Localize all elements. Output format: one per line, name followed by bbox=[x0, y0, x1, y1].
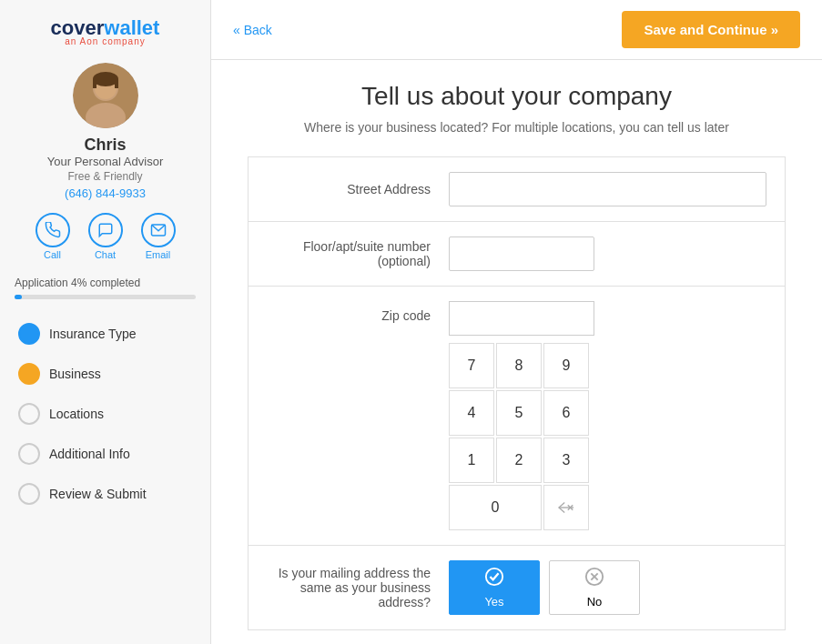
nav-label-insurance-type: Insurance Type bbox=[49, 327, 136, 341]
progress-label: Application 4% completed bbox=[15, 277, 196, 289]
zip-row: Zip code 7 8 9 4 5 6 1 2 3 0 bbox=[249, 287, 785, 546]
zip-display bbox=[449, 301, 594, 336]
email-icon bbox=[141, 213, 176, 247]
chat-label: Chat bbox=[95, 249, 116, 260]
mailing-yes-button[interactable]: Yes bbox=[449, 560, 540, 615]
street-address-input[interactable] bbox=[449, 172, 766, 206]
yes-label: Yes bbox=[484, 595, 503, 609]
nav-label-locations: Locations bbox=[49, 407, 104, 421]
street-address-row: Street Address bbox=[249, 157, 785, 222]
chat-icon bbox=[88, 213, 123, 247]
nav-item-additional-info[interactable]: Additional Info bbox=[11, 434, 199, 474]
nav-item-review-submit[interactable]: Review & Submit bbox=[11, 474, 199, 514]
nav-dot-insurance-type bbox=[18, 323, 40, 345]
nav-label-additional-info: Additional Info bbox=[49, 447, 130, 461]
svg-point-4 bbox=[93, 72, 118, 86]
keypad-0[interactable]: 0 bbox=[449, 485, 542, 530]
no-label: No bbox=[587, 595, 603, 609]
contact-icons: Call Chat Email bbox=[36, 213, 176, 260]
keypad-1[interactable]: 1 bbox=[449, 438, 494, 483]
mailing-row: Is your mailing address the same as your… bbox=[249, 546, 785, 629]
nav-item-insurance-type[interactable]: Insurance Type bbox=[11, 314, 199, 354]
email-button[interactable]: Email bbox=[141, 213, 176, 260]
nav-items: Insurance Type Business Locations Additi… bbox=[0, 314, 210, 514]
nav-dot-locations bbox=[18, 403, 40, 425]
keypad-6[interactable]: 6 bbox=[543, 390, 589, 436]
floor-row: Floor/apt/suite number (optional) bbox=[249, 222, 785, 287]
logo: coverwallet an Aon company bbox=[51, 16, 160, 46]
checkmark-icon bbox=[484, 567, 504, 591]
cross-icon bbox=[584, 567, 604, 591]
chat-button[interactable]: Chat bbox=[88, 213, 123, 260]
keypad-delete[interactable] bbox=[543, 485, 589, 530]
sidebar: coverwallet an Aon company Chris Your Pe… bbox=[0, 0, 211, 644]
keypad-8[interactable]: 8 bbox=[496, 343, 542, 388]
page-title: Tell us about your company bbox=[248, 82, 786, 111]
progress-bar-fill bbox=[15, 295, 22, 299]
call-icon bbox=[36, 213, 70, 247]
keypad-4[interactable]: 4 bbox=[449, 390, 494, 436]
street-address-label: Street Address bbox=[267, 182, 449, 196]
nav-item-business[interactable]: Business bbox=[11, 354, 199, 394]
main-content: Tell us about your company Where is your… bbox=[211, 60, 822, 644]
floor-input[interactable] bbox=[449, 236, 594, 271]
keypad-5[interactable]: 5 bbox=[496, 390, 542, 436]
email-label: Email bbox=[146, 249, 171, 260]
call-label: Call bbox=[44, 249, 61, 260]
zip-label: Zip code bbox=[267, 301, 449, 323]
form-section: Street Address Floor/apt/suite number (o… bbox=[248, 156, 786, 630]
zip-section: 7 8 9 4 5 6 1 2 3 0 bbox=[449, 301, 594, 530]
advisor-free-text: Free & Friendly bbox=[67, 170, 142, 183]
nav-dot-business bbox=[18, 363, 40, 385]
keypad-2[interactable]: 2 bbox=[496, 438, 542, 483]
advisor-title: Your Personal Advisor bbox=[47, 155, 163, 168]
mailing-label: Is your mailing address the same as your… bbox=[267, 566, 449, 609]
progress-section: Application 4% completed bbox=[0, 277, 210, 299]
main-header: « Back Save and Continue » bbox=[211, 0, 822, 60]
nav-dot-additional-info bbox=[18, 443, 40, 465]
nav-dot-review-submit bbox=[18, 483, 40, 505]
svg-rect-6 bbox=[115, 79, 118, 88]
keypad-3[interactable]: 3 bbox=[543, 438, 589, 483]
save-continue-button-top[interactable]: Save and Continue » bbox=[622, 11, 800, 48]
nav-label-review-submit: Review & Submit bbox=[49, 487, 147, 501]
mailing-options: Yes No bbox=[449, 560, 640, 615]
nav-item-locations[interactable]: Locations bbox=[11, 394, 199, 434]
advisor-name: Chris bbox=[84, 136, 126, 155]
svg-rect-5 bbox=[93, 79, 96, 88]
logo-sub-text: an Aon company bbox=[51, 36, 160, 46]
back-link-top[interactable]: « Back bbox=[233, 23, 272, 37]
mailing-no-button[interactable]: No bbox=[549, 560, 640, 615]
progress-bar-background bbox=[15, 295, 196, 299]
avatar bbox=[73, 63, 138, 128]
floor-label: Floor/apt/suite number (optional) bbox=[267, 239, 449, 268]
keypad: 7 8 9 4 5 6 1 2 3 0 bbox=[449, 343, 594, 530]
keypad-9[interactable]: 9 bbox=[543, 343, 589, 388]
page-subtitle: Where is your business located? For mult… bbox=[248, 120, 786, 135]
keypad-7[interactable]: 7 bbox=[449, 343, 494, 388]
nav-label-business: Business bbox=[49, 367, 101, 381]
call-button[interactable]: Call bbox=[36, 213, 70, 260]
advisor-phone[interactable]: (646) 844-9933 bbox=[65, 186, 146, 200]
main-panel: « Back Save and Continue » Tell us about… bbox=[211, 0, 822, 644]
